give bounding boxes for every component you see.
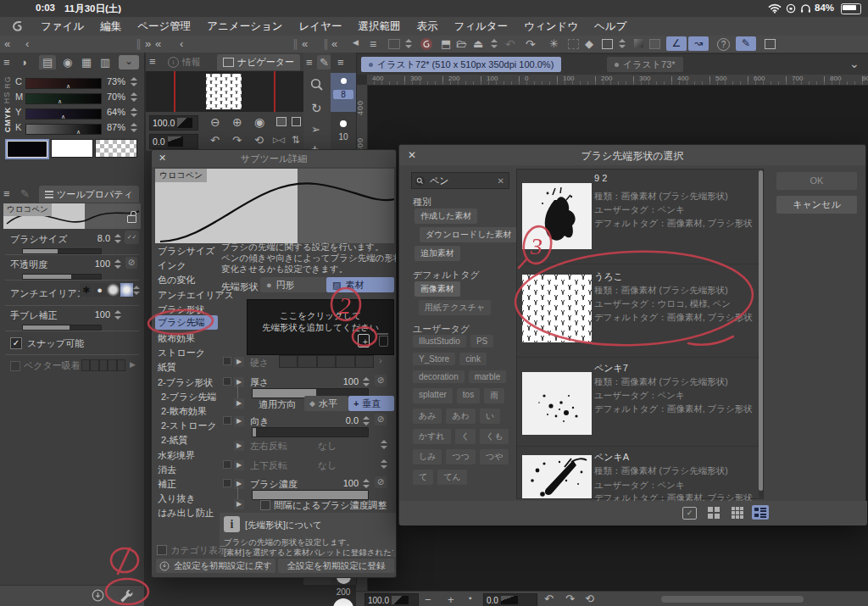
- redo-icon[interactable]: ↷: [526, 38, 536, 50]
- zoom-tool-icon[interactable]: [310, 78, 324, 92]
- slider-c[interactable]: [25, 78, 102, 89]
- category-2-brush-shape[interactable]: 2-ブラシ形状: [158, 376, 214, 389]
- bottom-rotate-reset-icon[interactable]: ⟲: [585, 593, 594, 604]
- user-tag[interactable]: く: [455, 429, 476, 444]
- menu-filter[interactable]: フィルター: [453, 19, 508, 34]
- bottom-zoom-in-icon[interactable]: +: [448, 594, 454, 605]
- size-8-item[interactable]: 8: [331, 73, 356, 112]
- filter-created[interactable]: 作成した素材: [415, 208, 477, 224]
- palette-menu-icon[interactable]: ≡: [370, 38, 376, 50]
- menu-help[interactable]: ヘルプ: [594, 19, 626, 34]
- mode-hs-label[interactable]: HS: [3, 92, 11, 104]
- density-stepper[interactable]: [361, 477, 370, 490]
- color-mixer-tab-icon[interactable]: ▥: [100, 57, 110, 68]
- list-scrollbar-thumb[interactable]: [759, 170, 763, 491]
- object-tool-icon[interactable]: ➢: [311, 124, 320, 135]
- fliph-stepper[interactable]: [379, 438, 388, 451]
- slider-m-stepper[interactable]: [129, 91, 138, 103]
- thickness-expand-icon[interactable]: ▶: [234, 377, 244, 387]
- category-watercolor-edge[interactable]: 水彩境界: [158, 449, 195, 462]
- thickness-toggle[interactable]: [223, 377, 231, 386]
- category-2-stroke[interactable]: 2-ストローク: [161, 420, 217, 432]
- brush-tool-tab-icon[interactable]: ✎: [20, 188, 30, 199]
- zoom-100-icon[interactable]: ◉: [254, 116, 264, 128]
- tab-illust72[interactable]: イラスト72* (510 x 510px 350dpi 100.0%): [361, 57, 561, 72]
- material-name-penki7[interactable]: ペンキ7: [594, 362, 628, 375]
- brush-size-stepper[interactable]: [113, 232, 122, 245]
- category-texture[interactable]: 紙質: [158, 361, 176, 374]
- stabilize-slider[interactable]: [22, 325, 102, 331]
- default-tag-paper-texture[interactable]: 用紙テクスチャ: [419, 300, 491, 315]
- direction-vertical-button[interactable]: + 垂直: [348, 396, 394, 411]
- tool-menu-icon[interactable]: ≡: [306, 57, 313, 68]
- flipv-expand-icon[interactable]: ▶: [234, 460, 244, 470]
- category-display-checkbox[interactable]: [157, 545, 167, 555]
- color-palette-tab-icon[interactable]: ▦: [81, 57, 92, 68]
- spacing-checkbox[interactable]: [260, 500, 270, 510]
- hardness-expand2-icon[interactable]: ‹: [379, 355, 382, 365]
- grid-small-icon[interactable]: [732, 507, 744, 519]
- brush-size-source-button[interactable]: ✓✓: [125, 231, 139, 244]
- color-panel-menu-icon[interactable]: ≡: [3, 57, 10, 68]
- collapse-left2-icon[interactable]: «: [155, 38, 161, 49]
- material-thumb-penki7[interactable]: [522, 372, 592, 435]
- defaults-icon[interactable]: [92, 589, 104, 602]
- slider-c-stepper[interactable]: [129, 75, 138, 88]
- angle-toggle[interactable]: [223, 416, 231, 425]
- angle-stepper[interactable]: [361, 414, 370, 427]
- register-defaults-button[interactable]: 全設定を初期設定に登録: [278, 559, 394, 573]
- brush-dialog-titlebar[interactable]: ✕ ブラシ先端形状の選択: [399, 145, 865, 165]
- filter-downloaded[interactable]: ダウンロードした素材: [420, 227, 518, 242]
- category-spray[interactable]: 散布効果: [158, 332, 195, 345]
- undo-icon[interactable]: ↶: [505, 38, 515, 50]
- select-stepper-icon[interactable]: [617, 37, 626, 50]
- user-tag[interactable]: あみ: [413, 409, 442, 424]
- color-set-tab-icon[interactable]: ◉: [63, 57, 72, 68]
- category-brush-shape[interactable]: ブラシ形状: [158, 303, 205, 316]
- collapse-left-icon[interactable]: «: [4, 38, 10, 49]
- reset-defaults-button[interactable]: 全設定を初期設定に戻す: [156, 559, 275, 573]
- user-tag[interactable]: てん: [437, 470, 466, 485]
- category-erase[interactable]: 消去: [158, 464, 176, 476]
- tool-property-tab[interactable]: ツールプロパティ: [39, 186, 139, 203]
- collapse-icon[interactable]: ‹: [25, 38, 29, 49]
- thickness-no-effect-button[interactable]: ⊘: [375, 375, 387, 386]
- fliph-expand-icon[interactable]: ▶: [234, 441, 244, 451]
- snap-special-ruler-button[interactable]: ↝: [688, 36, 709, 51]
- mode-cmyk-label[interactable]: CMYK: [3, 107, 12, 133]
- density-toggle[interactable]: [223, 479, 231, 487]
- ok-button[interactable]: OK: [776, 172, 857, 190]
- menu-window[interactable]: ウィンドウ: [524, 19, 578, 34]
- sub-color-swatch[interactable]: [51, 139, 93, 158]
- fit-screen-icon[interactable]: [276, 117, 287, 126]
- search-clear-icon[interactable]: ✕: [498, 176, 504, 186]
- grid-large-icon[interactable]: [708, 507, 721, 519]
- antialias-stepper[interactable]: [131, 284, 141, 297]
- snap-checkbox[interactable]: ✓: [10, 337, 22, 349]
- category-brush-size[interactable]: ブラシサイズ: [158, 245, 215, 258]
- user-tag[interactable]: splatter: [413, 388, 453, 403]
- file-stepper-icon[interactable]: [489, 37, 498, 50]
- fullscreen-icon[interactable]: [765, 39, 776, 49]
- slider-k[interactable]: [25, 124, 102, 135]
- menu-selection[interactable]: 選択範囲: [358, 19, 400, 34]
- menu-edit[interactable]: 編集: [100, 19, 121, 34]
- collapse2-icon[interactable]: ‹: [180, 38, 183, 49]
- category-2-texture[interactable]: 2-紙質: [161, 434, 188, 447]
- flipv-toggle[interactable]: [223, 460, 231, 469]
- horizontal-scrollbar[interactable]: [661, 596, 804, 603]
- user-tag[interactable]: PS: [470, 335, 493, 347]
- user-tag[interactable]: 雨: [484, 388, 504, 403]
- user-tag[interactable]: あわ: [446, 409, 475, 424]
- antialias-middle-button[interactable]: [107, 283, 120, 297]
- density-expand-icon[interactable]: ▶: [234, 479, 244, 489]
- user-tag[interactable]: tos: [457, 388, 480, 403]
- export-icon[interactable]: ⏏: [473, 38, 483, 49]
- tab-list-chevron-icon[interactable]: ⌄: [849, 58, 860, 69]
- rotate-cw-icon[interactable]: ↷: [232, 135, 242, 146]
- density-no-effect-button[interactable]: ⊘: [375, 476, 387, 488]
- hardness-expand-icon[interactable]: ▶: [234, 357, 244, 367]
- opacity-no-effect-button[interactable]: ⊘: [125, 257, 137, 269]
- category-color-change[interactable]: 色の変化: [158, 274, 195, 286]
- category-brush-tip-selected[interactable]: ブラシ先端: [155, 315, 218, 330]
